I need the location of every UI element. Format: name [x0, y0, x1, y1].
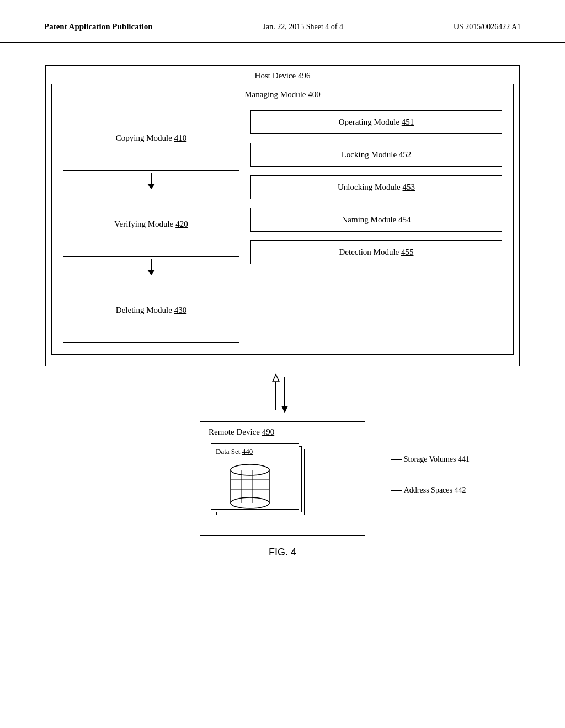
dataset-area: Data Set 440	[209, 441, 341, 524]
header-center: Jan. 22, 2015 Sheet 4 of 4	[263, 23, 343, 31]
remote-container: Remote Device 490 Data Set 440	[200, 421, 365, 536]
arrow-line	[151, 173, 152, 184]
managing-module-label: Managing Module 400	[57, 90, 508, 99]
bi-arrow-area	[260, 372, 305, 416]
dataset-label: Data Set 440	[211, 444, 299, 459]
bidirectional-arrow	[260, 372, 305, 416]
remote-annotations: Storage Volumes 441 Address Spaces 442	[391, 455, 470, 517]
svg-point-5	[231, 464, 269, 475]
page-header: Patent Application Publication Jan. 22, …	[0, 0, 565, 43]
svg-marker-3	[281, 406, 288, 413]
naming-module-box: Naming Module 454	[250, 208, 502, 232]
fig-label: FIG. 4	[269, 547, 296, 558]
right-column: Operating Module 451 Locking Module 452 …	[250, 105, 502, 343]
storage-volumes-annotation: Storage Volumes 441	[391, 455, 470, 464]
deleting-module-box: Deleting Module 430	[63, 277, 239, 343]
arrow-line-2	[151, 259, 152, 270]
diagram-area: Host Device 496 Managing Module 400 Copy…	[0, 43, 565, 580]
header-left: Patent Application Publication	[44, 22, 153, 31]
header-right: US 2015/0026422 A1	[454, 23, 521, 31]
remote-device-box: Remote Device 490 Data Set 440	[200, 421, 365, 536]
host-device-label: Host Device 496	[51, 71, 514, 81]
verifying-module-box: Verifying Module 420	[63, 191, 239, 257]
managing-module-box: Managing Module 400 Copying Module 410	[51, 84, 514, 355]
arrow-head-2	[147, 270, 155, 275]
database-cylinder	[225, 463, 286, 513]
detection-module-box: Detection Module 455	[250, 240, 502, 264]
host-device-box: Host Device 496 Managing Module 400 Copy…	[45, 65, 520, 366]
dash-1	[391, 459, 402, 460]
arrow-down-2	[147, 257, 155, 277]
locking-module-box: Locking Module 452	[250, 143, 502, 167]
inner-layout: Copying Module 410 Verifying Module 420	[57, 105, 508, 343]
arrow-head	[147, 184, 155, 189]
svg-point-6	[231, 497, 269, 508]
unlocking-module-box: Unlocking Module 453	[250, 175, 502, 199]
copying-module-box: Copying Module 410	[63, 105, 239, 171]
svg-marker-1	[273, 374, 279, 382]
arrow-down-1	[147, 171, 155, 191]
remote-device-label: Remote Device 490	[209, 427, 356, 437]
dash-2	[391, 490, 402, 491]
address-spaces-annotation: Address Spaces 442	[391, 486, 470, 495]
left-column: Copying Module 410 Verifying Module 420	[63, 105, 239, 343]
operating-module-box: Operating Module 451	[250, 110, 502, 134]
